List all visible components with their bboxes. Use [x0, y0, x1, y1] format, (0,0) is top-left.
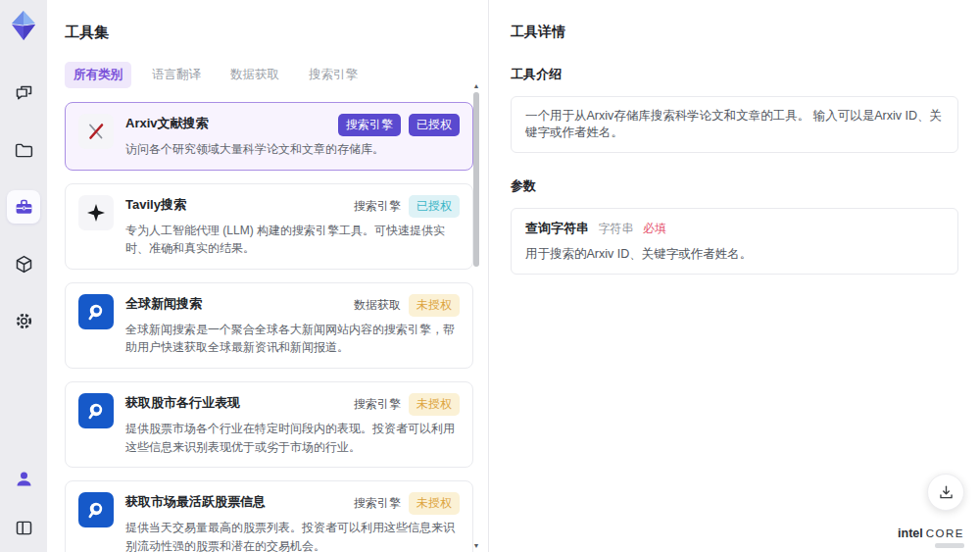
tool-card-badges: 搜索引擎已授权: [338, 114, 460, 136]
category-tabs: 所有类别语言翻译数据获取搜索引擎: [65, 62, 488, 88]
tool-card-title: Arxiv文献搜索: [125, 114, 209, 132]
sidebar-item-user[interactable]: [7, 462, 40, 495]
download-icon: [937, 483, 956, 502]
category-tab[interactable]: 语言翻译: [143, 62, 210, 88]
chat-icon: [14, 83, 34, 104]
tool-card-title: Tavily搜索: [125, 195, 186, 214]
active-stocks-logo-icon: [78, 492, 114, 527]
scrollbar[interactable]: ▲ ▼: [470, 82, 482, 550]
tool-cards-list: Arxiv文献搜索 搜索引擎已授权 访问各个研究领域大量科学论文和文章的存储库。…: [65, 102, 473, 552]
sidebar-bottom: [7, 462, 40, 544]
tool-details-pane: 工具详情 工具介绍 一个用于从Arxiv存储库搜索科学论文和文章的工具。 输入可…: [488, 0, 980, 552]
tool-card-description: 提供当天交易量最高的股票列表。投资者可以利用这些信息来识别流动性强的股票和潜在的…: [125, 519, 460, 552]
sidebar-item-packages[interactable]: [7, 247, 40, 280]
arxiv-logo-icon: [78, 114, 114, 149]
page-title: 工具集: [65, 24, 488, 42]
panel-icon: [14, 518, 34, 538]
category-badge: 数据获取: [354, 297, 401, 314]
sidebar-nav: [7, 76, 40, 337]
tavily-logo-icon: [78, 195, 114, 230]
status-badge: 已授权: [409, 114, 460, 136]
tool-intro-text: 一个用于从Arxiv存储库搜索科学论文和文章的工具。 输入可以是Arxiv ID…: [511, 96, 958, 153]
tool-card[interactable]: 全球新闻搜索 数据获取未授权 全球新闻搜索是一个聚合全球各大新闻网站内容的搜索引…: [65, 282, 473, 369]
tool-card[interactable]: Tavily搜索 搜索引擎已授权 专为人工智能代理 (LLM) 构建的搜索引擎工…: [65, 183, 473, 270]
gear-icon: [14, 311, 34, 331]
tool-card[interactable]: Arxiv文献搜索 搜索引擎已授权 访问各个研究领域大量科学论文和文章的存储库。: [65, 102, 473, 171]
app-logo-icon[interactable]: [9, 10, 38, 41]
toolbox-icon: [14, 197, 34, 218]
parameter-card: 查询字符串 字符串 必填 用于搜索的Arxiv ID、关键字或作者姓名。: [511, 208, 958, 275]
tool-card[interactable]: 获取股市各行业表现 搜索引擎未授权 提供股票市场各个行业在特定时间段内的表现。投…: [65, 381, 473, 468]
tool-card[interactable]: 获取市场最活跃股票信息 搜索引擎未授权 提供当天交易量最高的股票列表。投资者可以…: [65, 480, 473, 552]
sidebar-item-files[interactable]: [7, 133, 40, 167]
tool-card-description: 专为人工智能代理 (LLM) 构建的搜索引擎工具。可快速提供实时、准确和真实的结…: [125, 222, 460, 258]
intel-logo-text: intel: [898, 527, 923, 540]
parameter-header: 查询字符串 字符串 必填: [525, 220, 944, 237]
details-title: 工具详情: [511, 24, 958, 41]
sidebar-item-toolbox[interactable]: [7, 190, 40, 224]
parameter-type: 字符串: [598, 222, 633, 235]
app-root: 工具集 所有类别语言翻译数据获取搜索引擎 Arxiv文献搜索 搜索引擎已授权 访…: [0, 0, 980, 552]
category-badge: 搜索引擎: [338, 114, 401, 136]
category-tab[interactable]: 搜索引擎: [300, 62, 367, 88]
tool-card-description: 全球新闻搜索是一个聚合全球各大新闻网站内容的搜索引擎，帮助用户快速获取全球最新资…: [125, 321, 460, 357]
status-badge: 未授权: [409, 393, 460, 416]
folder-icon: [14, 140, 34, 161]
tool-card-title: 获取市场最活跃股票信息: [125, 492, 266, 511]
category-badge: 搜索引擎: [354, 396, 401, 413]
tool-card-badges: 搜索引擎已授权: [354, 195, 460, 218]
scroll-up-icon[interactable]: ▲: [470, 82, 482, 90]
parameter-required-badge: 必填: [643, 222, 666, 235]
parameter-name: 查询字符串: [525, 221, 589, 235]
intel-core-logo: intel CORE: [898, 527, 964, 540]
main-content: 工具集 所有类别语言翻译数据获取搜索引擎 Arxiv文献搜索 搜索引擎已授权 访…: [47, 0, 980, 552]
tool-card-badges: 搜索引擎未授权: [354, 393, 460, 416]
sidebar-item-panel-toggle[interactable]: [7, 511, 40, 544]
category-badge: 搜索引擎: [354, 198, 401, 215]
tool-card-description: 访问各个研究领域大量科学论文和文章的存储库。: [125, 140, 460, 159]
intel-sub-badge: [935, 543, 964, 548]
status-badge: 未授权: [409, 294, 460, 317]
status-badge: 未授权: [409, 492, 460, 515]
category-tab[interactable]: 所有类别: [65, 62, 131, 88]
user-icon: [14, 469, 34, 489]
sidebar: [0, 0, 47, 552]
sidebar-item-settings[interactable]: [7, 304, 40, 337]
params-section-title: 参数: [511, 177, 958, 195]
tool-card-badges: 搜索引擎未授权: [354, 492, 460, 515]
stock-sector-logo-icon: [78, 393, 114, 428]
category-badge: 搜索引擎: [354, 495, 401, 512]
category-tab[interactable]: 数据获取: [221, 62, 288, 88]
core-logo-text: CORE: [926, 527, 964, 539]
parameter-description: 用于搜索的Arxiv ID、关键字或作者姓名。: [525, 246, 944, 263]
intro-section-title: 工具介绍: [511, 66, 958, 83]
scroll-down-icon[interactable]: ▼: [470, 542, 482, 550]
tool-card-title: 全球新闻搜索: [125, 294, 202, 313]
tool-card-badges: 数据获取未授权: [354, 294, 460, 317]
cube-icon: [14, 254, 34, 275]
tool-card-description: 提供股票市场各个行业在特定时间段内的表现。投资者可以利用这些信息来识别表现优于或…: [125, 420, 460, 456]
tools-list-pane: 工具集 所有类别语言翻译数据获取搜索引擎 Arxiv文献搜索 搜索引擎已授权 访…: [47, 0, 488, 552]
news-search-logo-icon: [78, 294, 114, 329]
scrollbar-thumb[interactable]: [473, 92, 479, 267]
sidebar-item-chat[interactable]: [7, 76, 40, 110]
status-badge: 已授权: [409, 195, 460, 218]
tool-card-title: 获取股市各行业表现: [125, 393, 240, 412]
download-button[interactable]: [927, 474, 964, 511]
